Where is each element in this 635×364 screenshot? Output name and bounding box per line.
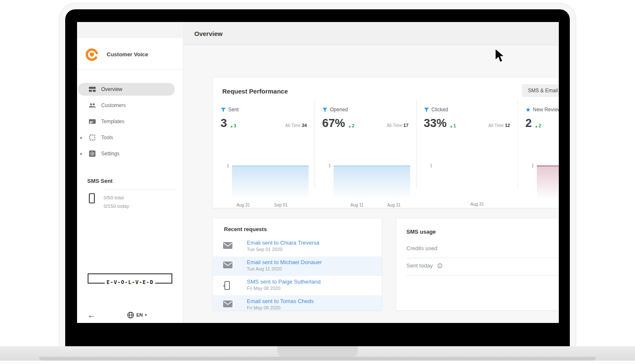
globe-icon xyxy=(127,312,134,319)
sidebar-top-strip xyxy=(77,22,183,38)
sms-sent-total: 0/50 total xyxy=(104,193,176,202)
request-date: Fri May 08 2020 xyxy=(247,285,320,292)
recent-requests-title: Recent requests xyxy=(224,226,267,232)
sms-phone-icon xyxy=(223,281,231,290)
metric-value: 67% xyxy=(322,118,345,129)
sidebar-item-label: Customers xyxy=(101,97,126,113)
request-list-item[interactable]: SMS sent to Paige Sutherland Fri May 08 … xyxy=(213,276,382,295)
sidebar-item-label: Settings xyxy=(101,146,119,162)
sidebar-item-templates[interactable]: Templates xyxy=(77,113,183,130)
metric-clicked: Clicked 33% ▲1 All-Time12 1 Aug 31 xyxy=(416,104,518,206)
request-date: Tue Sep 01 2020 xyxy=(247,246,319,253)
sidebar-divider xyxy=(77,69,183,70)
sidebar: Customer Voice Overview xyxy=(77,22,183,323)
evolved-logo-text: E-V-O-L-V-E-D xyxy=(105,279,155,285)
request-performance-title: Request Performance xyxy=(222,88,288,95)
funnel-icon xyxy=(424,107,429,113)
sidebar-item-label: Tools xyxy=(101,130,113,146)
page-header: Overview xyxy=(183,22,559,45)
back-arrow-icon[interactable]: ← xyxy=(87,306,96,323)
sidebar-item-label: Overview xyxy=(101,81,122,97)
request-date: Tue Aug 11 2020 xyxy=(247,266,322,272)
sidebar-item-overview[interactable]: Overview xyxy=(77,81,183,97)
sms-usage-title: SMS usage xyxy=(406,229,436,235)
up-triangle-icon: ▲ xyxy=(348,124,351,128)
y-tick-label: 1 xyxy=(221,163,232,208)
metric-label: Sent xyxy=(228,107,239,113)
sidebar-item-customers[interactable]: Customers xyxy=(77,97,183,113)
laptop-notch xyxy=(277,346,358,357)
metric-delta: ▲2 xyxy=(348,123,354,129)
sms-email-filter-button[interactable]: SMS & Email xyxy=(522,84,559,97)
x-tick-label: Sep 01 xyxy=(274,203,288,207)
request-performance-card: Request Performance SMS & Email Sent 3 ▲… xyxy=(213,77,559,208)
request-list-item[interactable]: Email sent to Tomas Cheds Fri May 08 202… xyxy=(213,295,382,311)
area-chart-pink xyxy=(537,165,559,199)
metric-delta: ▲1 xyxy=(450,123,456,129)
metric-value: 3 xyxy=(221,118,227,129)
sidebar-item-settings[interactable]: ▸ Settings xyxy=(77,146,183,162)
request-link[interactable]: SMS sent to Paige Sutherland xyxy=(247,278,320,285)
app-window: Customer Voice Overview xyxy=(77,22,559,323)
sms-sent-stats: 0/50 total 0/150 today xyxy=(77,190,183,219)
metric-delta: ▲3 xyxy=(230,123,236,129)
dashboard-icon xyxy=(88,85,96,93)
usage-label: Credits used xyxy=(406,242,437,255)
new-reviews-chart: 1 xyxy=(525,165,559,199)
sms-usage-card: SMS usage Credits used Sent today xyxy=(396,218,559,311)
metric-alltime: All-Time12 xyxy=(488,123,510,129)
people-icon xyxy=(88,102,96,109)
x-tick-label: Aug 31 xyxy=(237,203,250,207)
up-triangle-icon: ▲ xyxy=(535,124,538,128)
tools-icon xyxy=(88,134,96,141)
up-triangle-icon: ▲ xyxy=(230,124,233,128)
area-chart-blue xyxy=(232,165,309,199)
usage-row-credits: Credits used xyxy=(406,242,559,258)
metric-columns: Sent 3 ▲3 All-Time34 1 Aug 31 Sep 01 xyxy=(213,104,559,206)
area-chart-empty xyxy=(435,165,512,199)
sidebar-item-tools[interactable]: ▸ Tools xyxy=(77,130,183,146)
metric-new-reviews: ★ New Reviews 2 ▲2 1 xyxy=(518,104,559,206)
sent-chart: 1 Aug 31 Sep 01 xyxy=(221,165,309,208)
metric-opened: Opened 67% ▲2 All-Time17 1 Aug 11 Au xyxy=(315,104,416,206)
metric-label: Opened xyxy=(330,107,348,113)
star-icon: ★ xyxy=(525,107,531,113)
info-icon[interactable] xyxy=(437,263,442,268)
sidebar-item-label: Templates xyxy=(101,113,124,130)
up-triangle-icon: ▲ xyxy=(450,124,453,128)
x-tick-label: Aug 31 xyxy=(470,202,484,207)
sms-sent-divider xyxy=(104,190,176,190)
opened-chart: 1 Aug 11 Aug 31 xyxy=(322,165,410,208)
funnel-icon xyxy=(322,107,328,113)
x-tick-label: Aug 31 xyxy=(387,203,401,207)
request-list-item[interactable]: Email sent to Chiara Treversa Tue Sep 01… xyxy=(213,237,382,256)
metric-value: 33% xyxy=(424,118,447,129)
sidebar-menu: Overview Customers Templ xyxy=(77,81,183,162)
request-link[interactable]: Email sent to Tomas Cheds xyxy=(247,298,314,305)
request-list-item[interactable]: Email sent to Michael Donauer Tue Aug 11… xyxy=(213,256,382,276)
sms-sent-today: 0/150 today xyxy=(104,202,176,210)
request-link[interactable]: Email sent to Michael Donauer xyxy=(247,259,322,266)
x-tick-label: Aug 11 xyxy=(351,203,364,207)
recent-requests-list: Email sent to Chiara Treversa Tue Sep 01… xyxy=(213,237,382,311)
chevron-down-icon: ▾ xyxy=(145,313,147,317)
usage-row-sent-today: Sent today xyxy=(406,259,559,276)
area-chart-blue xyxy=(334,165,410,199)
expand-caret-icon[interactable]: ▸ xyxy=(80,130,83,146)
language-selector[interactable]: EN ▾ xyxy=(127,306,147,323)
request-link[interactable]: Email sent to Chiara Treversa xyxy=(247,239,319,246)
expand-caret-icon[interactable]: ▸ xyxy=(80,146,83,162)
metric-alltime: All-Time34 xyxy=(285,123,307,129)
page-title: Overview xyxy=(194,22,223,45)
funnel-icon xyxy=(221,107,226,113)
metric-alltime: All-Time17 xyxy=(387,123,409,129)
recent-requests-card: Recent requests Email sent to Chiara Tre… xyxy=(213,218,382,311)
metric-label: Clicked xyxy=(431,107,448,113)
customer-voice-logo-icon xyxy=(85,47,99,62)
language-code: EN xyxy=(136,312,143,317)
metric-label: New Reviews xyxy=(533,107,559,113)
usage-label: Sent today xyxy=(406,259,433,272)
email-icon xyxy=(223,242,232,249)
request-date: Fri May 08 2020 xyxy=(247,305,314,311)
email-icon xyxy=(223,262,232,268)
